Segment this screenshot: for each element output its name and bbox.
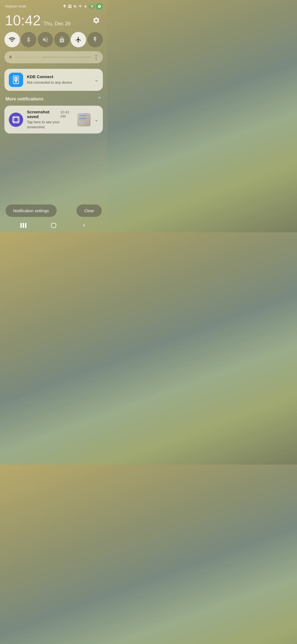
svg-rect-7 [25, 223, 26, 228]
screenshot-content: Screenshot saved 10:41 AM Tap here to se… [27, 110, 73, 130]
screenshot-thumbnail [77, 113, 90, 126]
back-icon [81, 223, 87, 228]
back-button[interactable] [77, 220, 91, 231]
kde-connect-title: KDE Connect [27, 74, 53, 79]
kde-connect-content: KDE Connect Not connected to any device [27, 74, 90, 85]
kde-icon-svg: K [11, 75, 21, 84]
kde-connect-notification[interactable]: K KDE Connect Not connected to any devic… [4, 69, 103, 91]
screenshot-title: Screenshot saved [27, 110, 57, 119]
thumbnail-line-3 [79, 118, 87, 119]
screenshot-time: 10:41 AM [60, 110, 73, 118]
svg-rect-4 [14, 118, 18, 122]
svg-rect-6 [23, 223, 24, 228]
brightness-slider[interactable] [15, 56, 90, 58]
notification-settings-button[interactable]: Notification settings [6, 204, 57, 217]
screenshot-app-icon [9, 113, 23, 127]
kde-connect-expand-button[interactable]: ⌄ [94, 77, 98, 83]
thumbnail-inner [78, 114, 90, 125]
screenshot-notification[interactable]: Screenshot saved 10:41 AM Tap here to se… [4, 106, 103, 133]
kde-connect-icon: K [9, 73, 23, 87]
thumbnail-line-1 [79, 115, 87, 116]
kde-connect-body: Not connected to any device [27, 80, 90, 85]
svg-rect-8 [51, 223, 56, 228]
screenshot-body: Tap here to see your screenshot. [27, 120, 73, 130]
home-button[interactable] [47, 220, 61, 231]
home-icon [51, 222, 57, 228]
clear-button[interactable]: Clear [76, 204, 102, 217]
bottom-actions: Notification settings Clear [0, 204, 107, 217]
navigation-bar [0, 219, 107, 232]
thumbnail-line-4 [79, 119, 85, 120]
svg-rect-5 [20, 223, 22, 228]
recents-icon [20, 223, 26, 228]
screenshot-expand-button[interactable]: ⌄ [94, 117, 98, 123]
recents-button[interactable] [16, 220, 30, 231]
thumbnail-line-2 [79, 116, 85, 117]
svg-text:K: K [15, 77, 17, 80]
screenshot-icon-svg [12, 116, 20, 124]
brightness-fill [15, 56, 42, 58]
